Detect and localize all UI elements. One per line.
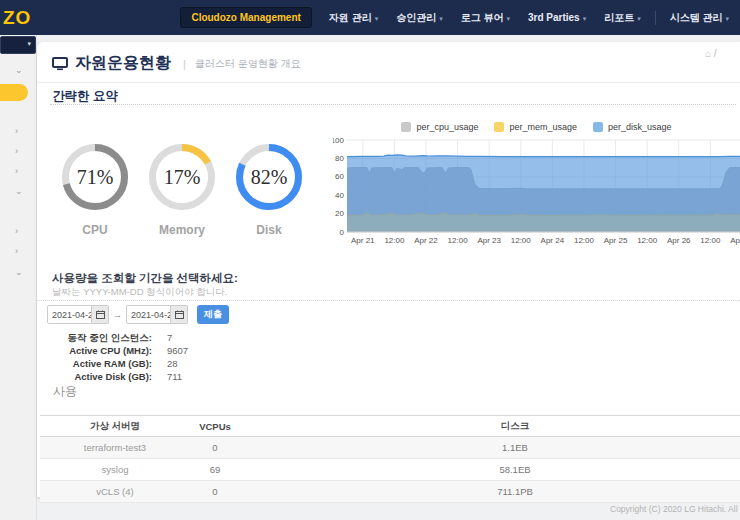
app-logo[interactable]: ZO — [3, 7, 31, 29]
mem-swatch-icon — [494, 122, 504, 132]
svg-text:Apr 24: Apr 24 — [541, 236, 565, 245]
sidebar-expander-icon[interactable]: ⌄ — [15, 187, 23, 196]
usage-heading: 사용 — [53, 383, 77, 400]
period-hint: 날짜는 YYYY-MM-DD 형식이어야 합니다. — [52, 286, 227, 299]
table-row[interactable]: syslog 69 58.1EB — [40, 459, 740, 481]
nav-item-report[interactable]: 리포트▾ — [595, 11, 650, 25]
stat-row: Active RAM (GB):28 — [52, 357, 188, 370]
chevron-down-icon: ▾ — [439, 15, 443, 22]
table-row[interactable]: vCLS (4) 0 711.1PB — [40, 481, 740, 503]
period-heading: 사용량을 조회할 기간을 선택하세요: — [52, 271, 238, 286]
legend-item-mem[interactable]: per_mem_usage — [494, 122, 577, 132]
svg-text:12:00: 12:00 — [700, 236, 721, 245]
dotted-divider — [37, 300, 740, 301]
svg-text:Apr 22: Apr 22 — [414, 236, 438, 245]
monitor-icon — [52, 57, 68, 71]
svg-text:12:00: 12:00 — [574, 236, 595, 245]
disk-swatch-icon — [593, 122, 603, 132]
disk-gauge-value: 82% — [236, 144, 302, 210]
sidebar-expander-icon[interactable]: › — [15, 167, 18, 176]
dotted-divider — [50, 104, 736, 105]
page-subtitle: 클러스터 운영현황 개요 — [195, 57, 301, 71]
nav-item-approval-mgmt[interactable]: 승인관리▾ — [387, 11, 452, 25]
svg-text:80: 80 — [335, 154, 344, 163]
disk-gauge: 82% Disk — [234, 144, 304, 237]
nav-item-resource-mgmt[interactable]: 자원 관리▾ — [320, 11, 387, 25]
nav-item-log-viewer[interactable]: 로그 뷰어▾ — [452, 11, 519, 25]
breadcrumb-separator: / — [714, 48, 717, 59]
svg-text:12:00: 12:00 — [511, 236, 532, 245]
active-stats: 동작 중인 인스턴스:7 Active CPU (MHz):9607 Activ… — [52, 331, 188, 383]
top-header: ZO Cloudozo Management 자원 관리▾ 승인관리▾ 로그 뷰… — [0, 0, 740, 35]
chevron-down-icon: ▾ — [583, 15, 587, 22]
submit-button[interactable]: 제출 — [197, 305, 229, 324]
svg-text:20: 20 — [335, 209, 344, 218]
chart-legend: per_cpu_usage per_mem_usage per_disk_usa… — [333, 122, 740, 132]
memory-gauge-label: Memory — [159, 223, 205, 237]
start-date-input[interactable] — [47, 305, 92, 324]
svg-text:0: 0 — [340, 228, 345, 237]
svg-text:12:00: 12:00 — [384, 236, 405, 245]
stat-row: Active Disk (GB):711 — [52, 370, 188, 383]
divider-line — [37, 82, 740, 83]
chevron-down-icon: ▾ — [375, 15, 379, 22]
chevron-down-icon: ▾ — [725, 15, 729, 22]
sidebar-expander-icon[interactable]: ⌄ — [15, 268, 23, 277]
summary-heading: 간략한 요약 — [52, 88, 118, 105]
sidebar: ▾ ⌄ › › › ⌄ › › ⌄ — [0, 35, 37, 520]
start-date-calendar-button[interactable] — [92, 305, 109, 324]
sidebar-expander-icon[interactable]: ⌄ — [15, 66, 23, 75]
memory-gauge-value: 17% — [149, 144, 215, 210]
disk-gauge-label: Disk — [256, 223, 281, 237]
svg-text:12:00: 12:00 — [448, 236, 469, 245]
sidebar-expander-icon[interactable]: › — [15, 247, 18, 256]
title-divider: | — [183, 58, 186, 70]
svg-text:Apr 26: Apr 26 — [667, 236, 691, 245]
usage-table: 가상 서버명 VCPUs 디스크 terraform-test3 0 1.1EB… — [40, 415, 740, 503]
svg-text:Apr 21: Apr 21 — [351, 236, 375, 245]
end-date-calendar-button[interactable] — [171, 305, 188, 324]
top-nav: Cloudozo Management 자원 관리▾ 승인관리▾ 로그 뷰어▾ … — [180, 0, 738, 35]
copyright-text: Copyright (C) 2020 LG Hitachi. All right… — [610, 504, 740, 514]
sidebar-active-item[interactable] — [0, 84, 28, 101]
page-title: 자원운용현황 — [75, 53, 171, 74]
legend-item-disk[interactable]: per_disk_usage — [593, 122, 672, 132]
cpu-gauge-label: CPU — [82, 223, 107, 237]
memory-gauge: 17% Memory — [147, 144, 217, 237]
stat-row: Active CPU (MHz):9607 — [52, 344, 188, 357]
svg-text:100: 100 — [333, 136, 345, 145]
sidebar-expander-icon[interactable]: › — [15, 227, 18, 236]
svg-text:12:00: 12:00 — [637, 236, 658, 245]
chevron-down-icon: ▾ — [637, 15, 641, 22]
nav-separator — [655, 11, 656, 25]
sidebar-expander-icon[interactable]: › — [15, 147, 18, 156]
cpu-gauge: 71% CPU — [60, 144, 130, 237]
chevron-down-icon: ▾ — [506, 15, 510, 22]
nav-item-system-mgmt[interactable]: 시스템 관리▾ — [661, 11, 738, 25]
main-content-card: ⌂ / 자원운용현황 | 클러스터 운영현황 개요 간략한 요약 71% CPU… — [37, 42, 740, 497]
table-row[interactable]: terraform-test3 0 1.1EB — [40, 437, 740, 459]
page-title-row: 자원운용현황 | 클러스터 운영현황 개요 — [52, 53, 300, 74]
calendar-icon — [96, 310, 105, 319]
period-form: → 제출 — [47, 305, 229, 324]
svg-text:Apr 25: Apr 25 — [604, 236, 628, 245]
svg-text:40: 40 — [335, 191, 344, 200]
home-icon[interactable]: ⌂ — [705, 48, 711, 59]
sidebar-project-selector[interactable]: ▾ — [0, 36, 36, 54]
svg-text:Apr 27: Apr 27 — [730, 236, 740, 245]
nav-item-3rd-parties[interactable]: 3rd Parties▾ — [519, 12, 595, 23]
svg-text:Apr 23: Apr 23 — [477, 236, 501, 245]
cpu-gauge-value: 71% — [62, 144, 128, 210]
calendar-icon — [175, 310, 184, 319]
table-header-row: 가상 서버명 VCPUs 디스크 — [40, 415, 740, 437]
usage-area-chart: 020406080100Apr 2112:00Apr 2212:00Apr 23… — [333, 136, 740, 248]
end-date-input[interactable] — [126, 305, 171, 324]
legend-item-cpu[interactable]: per_cpu_usage — [401, 122, 478, 132]
svg-text:60: 60 — [335, 172, 344, 181]
sidebar-expander-icon[interactable]: › — [15, 127, 18, 136]
chevron-down-icon: ▾ — [27, 40, 31, 48]
range-arrow-icon: → — [113, 310, 122, 320]
stat-row: 동작 중인 인스턴스:7 — [52, 331, 188, 344]
cpu-swatch-icon — [401, 122, 411, 132]
nav-item-cloudozo-management[interactable]: Cloudozo Management — [180, 7, 311, 28]
